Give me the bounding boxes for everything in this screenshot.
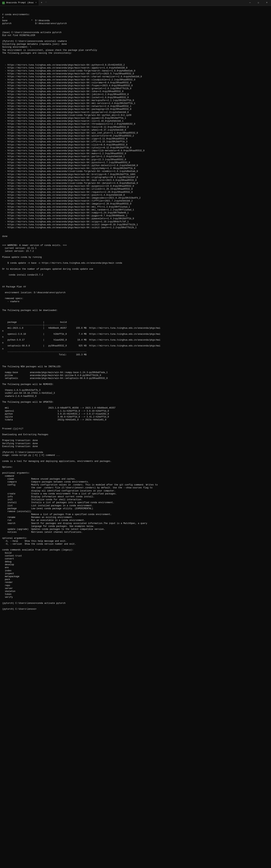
inconsistency-item: - https://mirrors.tuna.tsinghua.edu.cn/a… — [2, 140, 269, 143]
add-tab-button[interactable]: + — [39, 1, 44, 4]
terminal-output[interactable]: # conda environments:#base * D:\Anaconda… — [0, 6, 271, 615]
inconsistency-item: - https://mirrors.tuna.tsinghua.edu.cn/a… — [2, 64, 269, 66]
terminal-line: numpy-base anaconda/pkgs/main/win-64::nu… — [2, 371, 269, 374]
inconsistency-item: - https://mirrors.tuna.tsinghua.edu.cn/a… — [2, 194, 269, 196]
table-total: Total: 183.3 MB — [2, 353, 269, 356]
terminal-line: debug — [2, 560, 269, 563]
inconsistency-item: - https://mirrors.tuna.tsinghua.edu.cn/a… — [2, 72, 269, 75]
terminal-line: command — [2, 475, 269, 477]
terminal-tab[interactable]: Anaconda Prompt (Anac × — [0, 0, 39, 5]
tab-dropdown-icon[interactable]: ˅ — [44, 2, 48, 4]
inconsistency-item: - https://mirrors.tuna.tsinghua.edu.cn/a… — [2, 134, 269, 137]
terminal-line — [2, 55, 269, 58]
inconsistency-item: - https://mirrors.tuna.tsinghua.edu.cn/a… — [2, 214, 269, 217]
terminal-line — [2, 463, 269, 466]
close-window-button[interactable]: × — [263, 0, 271, 6]
titlebar: Anaconda Prompt (Anac × + ˅ — ☐ × — [0, 0, 271, 6]
terminal-line: index — [2, 569, 269, 572]
terminal-line — [2, 436, 269, 439]
terminal-line: (Pytorch) C:\Users\lenovo>conda uninstal… — [2, 40, 269, 43]
terminal-line — [2, 404, 269, 406]
terminal-line — [2, 279, 269, 282]
terminal-line: Options: — [2, 466, 269, 469]
inconsistency-item: - https://mirrors.tuna.tsinghua.edu.cn/a… — [2, 209, 269, 211]
terminal-line: update (upgrade) Updates conda packages … — [2, 528, 269, 531]
inconsistency-item: - https://mirrors.tuna.tsinghua.edu.cn/a… — [2, 211, 269, 214]
inconsistency-item: - https://mirrors.tuna.tsinghua.edu.cn/a… — [2, 203, 269, 205]
terminal-line — [2, 259, 269, 261]
terminal-line: pillow anaconda/pkgs/main/win-64::pillow… — [2, 374, 269, 377]
inconsistency-item: - https://mirrors.tuna.tsinghua.edu.cn/a… — [2, 108, 269, 111]
terminal-line: language for conda packages. See example… — [2, 525, 269, 528]
inconsistency-item: - https://mirrors.tuna.tsinghua.edu.cn/a… — [2, 126, 269, 129]
terminal-line: Remove a list of packages from a specifi… — [2, 513, 269, 516]
terminal-line: metapackage — [2, 575, 269, 578]
inconsistency-item: - https://mirrors.tuna.tsinghua.edu.cn/a… — [2, 90, 269, 93]
inconsistency-item: - https://mirrors.tuna.tsinghua.edu.cn/a… — [2, 176, 269, 179]
terminal-line: convert — [2, 557, 269, 560]
terminal-line: openssl 1.1.1u-h2bbff1b_0 --> 3.0.10-h2b… — [2, 410, 269, 412]
terminal-line: ==> WARNING: A newer version of conda ex… — [2, 244, 269, 247]
terminal-line: install Installs a list of packages into… — [2, 501, 269, 504]
terminal-line: compare Compare packages between conda e… — [2, 480, 269, 484]
table-row-wrap: n — [2, 341, 269, 344]
inconsistency-item: - https://mirrors.tuna.tsinghua.edu.cn/a… — [2, 226, 269, 229]
terminal-line: Or to minimize the number of packages up… — [2, 268, 269, 271]
table-row: setuptools-68.0.0 | py39haa95532_0 925 K… — [2, 344, 269, 347]
inconsistency-item: - https://mirrors.tuna.tsinghua.edu.cn/a… — [2, 114, 269, 117]
terminal-line: Did not find VSINSTALLDIR — [2, 34, 269, 37]
terminal-line: removed specs: — [2, 297, 269, 300]
inconsistency-item: - https://mirrors.tuna.tsinghua.edu.cn/a… — [2, 93, 269, 96]
terminal-line: rename Renames an existing environment. — [2, 516, 269, 519]
inconsistency-item: - https://mirrors.tuna.tsinghua.edu.cn/a… — [2, 217, 269, 220]
terminal-line — [2, 469, 269, 471]
inconsistency-item: - https://mirrors.tuna.tsinghua.edu.cn/a… — [2, 188, 269, 191]
terminal-line — [2, 386, 269, 389]
inconsistency-item: - https://mirrors.tuna.tsinghua.edu.cn/a… — [2, 66, 269, 69]
inconsistency-item: - https://mirrors.tuna.tsinghua.edu.cn/a… — [2, 81, 269, 84]
terminal-line — [2, 238, 269, 241]
inconsistency-item: - https://mirrors.tuna.tsinghua.edu.cn/a… — [2, 173, 269, 176]
terminal-line: develop — [2, 563, 269, 566]
download-table: package | build ------------------------… — [2, 321, 269, 356]
minimize-button[interactable]: — — [246, 0, 254, 6]
terminal-line: list List installed packages in a conda … — [2, 504, 269, 507]
terminal-line: run Run an executable in a conda environ… — [2, 519, 269, 522]
terminal-line: skeleton — [2, 590, 269, 593]
terminal-line: vs2017_win-64-19.16.27032.1-hb4161e2_3 — [2, 392, 269, 395]
maximize-button[interactable]: ☐ — [254, 0, 263, 6]
terminal-line — [2, 25, 269, 28]
close-tab-icon[interactable]: × — [35, 1, 36, 4]
inconsistency-item: - https://mirrors.tuna.tsinghua.edu.cn/a… — [2, 146, 269, 149]
terminal-line: info Display information about current c… — [2, 495, 269, 498]
terminal-line: Collecting package metadata (repodata.js… — [2, 43, 269, 46]
terminal-line — [2, 534, 269, 536]
terminal-line: The following packages will be downloade… — [2, 309, 269, 312]
terminal-line — [2, 288, 269, 291]
terminal-line: create Create a new conda environment fr… — [2, 492, 269, 495]
terminal-line — [2, 457, 269, 460]
terminal-line: Verifying transaction: done — [2, 442, 269, 445]
terminal-line: vswhere-2.8.4-haa95532_0 — [2, 395, 269, 398]
inconsistency-item: - https://mirrors.tuna.tsinghua.edu.cn/a… — [2, 185, 269, 188]
terminal-line: The following packages will be REMOVED: — [2, 383, 269, 386]
inconsistency-item: - https://mirrors.tuna.tsinghua.edu.cn/a… — [2, 102, 269, 105]
inconsistency-item: - https://mirrors.tuna.tsinghua.edu.cn/a… — [2, 223, 269, 226]
terminal-line: build — [2, 552, 269, 555]
inconsistency-item: - https://mirrors.tuna.tsinghua.edu.cn/a… — [2, 170, 269, 173]
terminal-line: Please update conda by running — [2, 256, 269, 259]
inconsistency-item: - https://mirrors.tuna.tsinghua.edu.cn/a… — [2, 96, 269, 99]
table-row-wrap: n — [2, 330, 269, 333]
terminal-line — [2, 276, 269, 279]
tab-title: Anaconda Prompt (Anac — [6, 1, 34, 4]
terminal-line: env — [2, 566, 269, 569]
table-row-wrap: n — [2, 336, 269, 339]
terminal-line: pack — [2, 578, 269, 581]
inconsistency-item: - https://mirrors.tuna.tsinghua.edu.cn/a… — [2, 191, 269, 194]
inconsistency-item: - https://mirrors.tuna.tsinghua.edu.cn/a… — [2, 123, 269, 125]
inconsistency-item: - https://mirrors.tuna.tsinghua.edu.cn/a… — [2, 196, 269, 199]
inconsistency-item: - https://mirrors.tuna.tsinghua.edu.cn/a… — [2, 99, 269, 102]
terminal-line: sqlite 3.40.0-h2bbff1b_0 --> 3.41.2-h2bb… — [2, 415, 269, 418]
terminal-line — [2, 306, 269, 309]
terminal-line: content-trust — [2, 555, 269, 557]
